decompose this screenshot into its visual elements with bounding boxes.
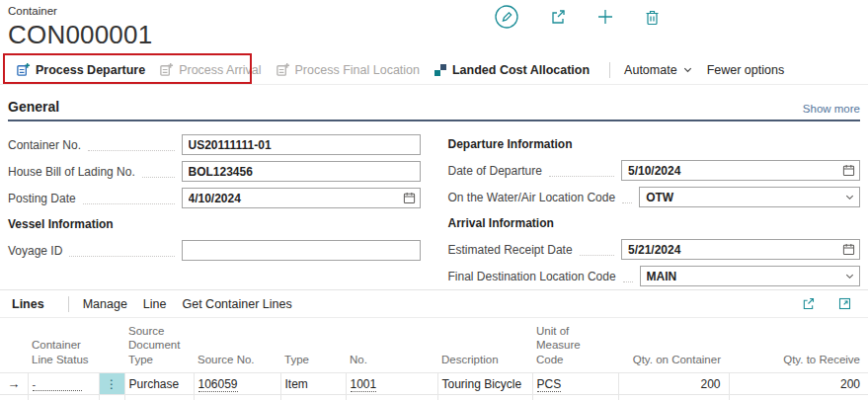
cell-source-no[interactable]: 106059 <box>194 395 280 400</box>
cell-type[interactable]: Item <box>280 373 346 395</box>
posting-date-input[interactable]: 4/10/2024 <box>182 188 421 208</box>
house-bill-of-lading-input[interactable]: BOL123456 <box>182 161 421 182</box>
estimated-receipt-date-input[interactable]: 5/21/2024 <box>621 239 860 260</box>
tab-manage[interactable]: Manage <box>79 293 139 315</box>
vessel-information-header: Vessel Information <box>8 211 421 237</box>
final-destination-location-code-select[interactable]: MAIN <box>640 266 860 286</box>
process-departure-icon <box>16 62 31 77</box>
action-bar-separator <box>609 62 610 78</box>
tab-lines[interactable]: Lines <box>8 293 58 315</box>
cell-qty-on-container[interactable]: 100 <box>618 395 729 400</box>
chevron-down-icon <box>682 64 693 75</box>
tab-get-container-lines[interactable]: Get Container Lines <box>178 293 303 315</box>
arrival-information-header: Arrival Information <box>448 210 861 236</box>
delete-button[interactable] <box>642 7 663 28</box>
general-right-column: Departure Information Date of Departure … <box>448 131 861 289</box>
row-options-icon[interactable]: ⋮ <box>100 373 124 394</box>
process-departure-button[interactable]: Process Departure <box>12 58 155 81</box>
cell-no[interactable]: 1000 <box>346 395 437 400</box>
field-voyage-id: Voyage ID <box>8 237 421 264</box>
dotted-leader <box>580 243 614 257</box>
cell-source-document-type[interactable]: Purchase <box>124 395 194 400</box>
cell-source-no[interactable]: 106059 <box>194 373 280 395</box>
field-date-of-departure: Date of Departure 5/10/2024 <box>448 157 861 184</box>
posting-date-label: Posting Date <box>8 192 76 205</box>
cell-status[interactable]: Departed <box>28 395 99 400</box>
col-type[interactable]: Type <box>280 318 346 373</box>
table-row: → - ⋮ Purchase 106059 Item 1001 Touring … <box>0 373 868 395</box>
lines-section: Lines Manage Line Get Container Lines <box>0 289 868 400</box>
col-row-indicator <box>0 318 28 373</box>
col-source-document-type[interactable]: Source Document Type <box>124 318 194 373</box>
lines-toolbar-icons <box>799 294 860 313</box>
share-button[interactable] <box>547 6 569 28</box>
share-icon <box>801 296 816 311</box>
field-on-the-water-air-location-code: On the Water/Air Location Code OTW <box>448 184 861 210</box>
dotted-leader <box>83 192 175 205</box>
table-row: Departed Purchase 106059 Item 1000 Bicyc… <box>0 395 868 400</box>
col-source-no[interactable]: Source No. <box>194 318 280 373</box>
container-no-input[interactable]: US20111111-01 <box>182 134 421 155</box>
general-section-title[interactable]: General <box>8 99 59 115</box>
cell-source-document-type[interactable]: Purchase <box>124 373 194 395</box>
tab-line[interactable]: Line <box>139 293 179 315</box>
cell-no[interactable]: 1001 <box>346 373 437 395</box>
cell-qty-on-container[interactable]: 200 <box>618 373 729 395</box>
final-destination-location-code-label: Final Destination Location Code <box>448 270 616 283</box>
cell-qty-to-receive[interactable]: 200 <box>729 373 868 395</box>
lines-expand-button[interactable] <box>835 294 854 313</box>
allocation-icon <box>434 63 447 77</box>
general-left-column: Container No. US20111111-01 House Bill o… <box>8 131 421 289</box>
fewer-options-label: Fewer options <box>707 63 785 77</box>
new-button[interactable] <box>594 6 616 28</box>
automate-menu-button[interactable]: Automate <box>620 59 703 81</box>
fewer-options-button[interactable]: Fewer options <box>703 59 795 81</box>
process-departure-label: Process Departure <box>36 63 145 77</box>
calendar-icon[interactable] <box>842 164 855 177</box>
landed-cost-allocation-button[interactable]: Landed Cost Allocation <box>430 59 599 81</box>
field-house-bill-of-lading-no: House Bill of Lading No. BOL123456 <box>8 158 421 185</box>
process-final-location-button[interactable]: Process Final Location <box>272 58 430 81</box>
col-qty-to-receive[interactable]: Qty. to Receive <box>729 318 868 373</box>
calendar-icon[interactable] <box>842 243 855 256</box>
trash-icon <box>644 9 661 26</box>
cell-uom[interactable]: PCS <box>532 395 618 400</box>
page-action-icons <box>492 2 663 32</box>
plus-icon <box>596 8 614 26</box>
process-arrival-label: Process Arrival <box>179 63 261 77</box>
col-unit-of-measure-code[interactable]: Unit of Measure Code <box>532 318 618 373</box>
cell-description[interactable]: Bicycle <box>437 395 532 400</box>
lines-share-button[interactable] <box>799 294 818 313</box>
process-arrival-button[interactable]: Process Arrival <box>155 58 271 81</box>
voyage-id-label: Voyage ID <box>8 244 62 258</box>
share-icon <box>549 8 567 26</box>
container-no-label: Container No. <box>8 138 81 152</box>
field-final-destination-location-code: Final Destination Location Code MAIN <box>448 263 861 289</box>
calendar-icon[interactable] <box>403 192 416 204</box>
house-bill-of-lading-label: House Bill of Lading No. <box>8 165 135 179</box>
cell-row-menu <box>99 395 124 400</box>
dotted-leader <box>142 165 175 179</box>
cell-status[interactable]: - <box>28 373 99 395</box>
dotted-leader <box>88 138 174 152</box>
col-qty-on-container[interactable]: Qty. on Container <box>618 318 729 373</box>
process-final-location-icon <box>276 62 290 77</box>
cell-uom[interactable]: PCS <box>532 373 618 395</box>
cell-qty-to-receive[interactable]: 0 <box>729 395 868 400</box>
breadcrumb[interactable]: Container <box>8 5 57 17</box>
on-the-water-air-location-code-select[interactable]: OTW <box>639 187 860 207</box>
col-container-line-status[interactable]: Container Line Status <box>28 318 99 373</box>
cell-type[interactable]: Item <box>280 395 346 400</box>
lines-toolbar: Lines Manage Line Get Container Lines <box>0 290 868 318</box>
on-the-water-air-location-code-label: On the Water/Air Location Code <box>448 191 616 204</box>
date-of-departure-input[interactable]: 5/10/2024 <box>621 160 860 181</box>
cell-description[interactable]: Touring Bicycle <box>437 373 532 395</box>
col-no[interactable]: No. <box>346 318 437 373</box>
edit-button[interactable] <box>492 2 521 32</box>
voyage-id-input[interactable] <box>182 240 421 261</box>
col-description[interactable]: Description <box>437 318 532 373</box>
pencil-icon <box>494 4 519 30</box>
action-bar: Process Departure Process Arrival Proces… <box>0 55 868 85</box>
show-more-link[interactable]: Show more <box>803 103 860 115</box>
table-header-row: Container Line Status Source Document Ty… <box>0 318 868 373</box>
